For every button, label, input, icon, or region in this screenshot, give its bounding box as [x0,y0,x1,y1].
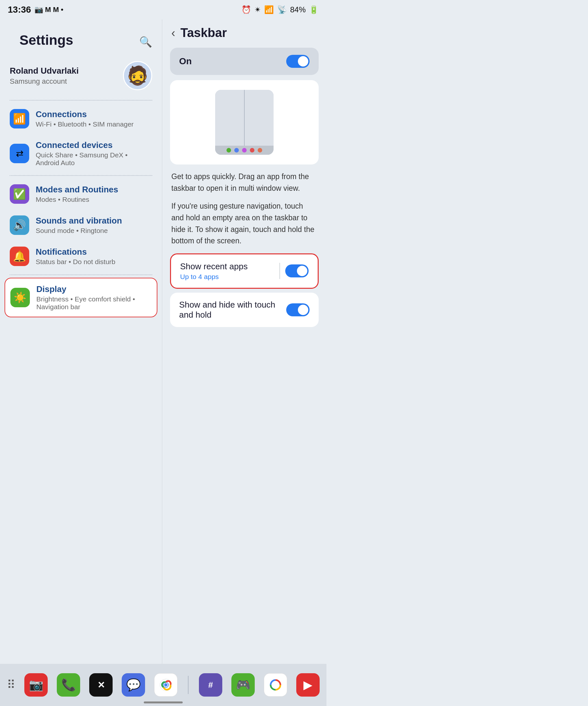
sidebar-item-connections[interactable]: 📶 Connections Wi-Fi • Bluetooth • SIM ma… [0,103,162,134]
separator-1 [10,100,152,101]
back-button[interactable]: ‹ [171,26,175,40]
settings-title: Settings [10,29,83,54]
modes-routines-icon: ✅ [10,184,29,204]
connected-devices-title: Connected devices [36,140,152,150]
signal-icon: 📡 [277,5,287,14]
alarm-icon: ⏰ [241,5,251,14]
nav-twitter-x[interactable]: ✕ [89,673,113,697]
taskbar-description-2: If you're using gesture navigation, touc… [170,200,319,247]
wifi-icon: 📶 [264,5,274,14]
bluetooth-icon: ✴ [254,5,261,14]
option-divider-1 [279,263,280,279]
time-display: 13:36 [8,5,31,15]
nav-gamepad[interactable]: 🎮 [231,673,255,697]
show-recent-apps-title: Show recent apps [180,262,247,272]
display-icon: ☀️ [10,288,30,307]
show-hide-title: Show and hide with touch and hold [179,300,286,320]
profile-name: Roland Udvarlaki [10,66,79,76]
notifications-icon: 🔔 [10,246,29,266]
taskbar-on-toggle[interactable] [286,55,310,68]
nav-phone[interactable]: 📞 [57,673,80,697]
main-layout: Settings 🔍 Roland Udvarlaki Samsung acco… [0,19,326,664]
svg-point-2 [164,683,167,687]
nav-photos[interactable] [264,673,287,697]
taskbar-dot-3 [242,148,247,153]
show-recent-apps-sub: Up to 4 apps [180,273,247,281]
phone-screen-right [245,90,274,146]
separator-3 [10,274,152,275]
settings-header: Settings 🔍 [0,26,162,58]
modes-routines-sub: Modes • Routines [36,196,118,203]
sounds-icon: 🔊 [10,215,29,235]
sidebar-item-modes-routines[interactable]: ✅ Modes and Routines Modes • Routines [0,179,162,209]
sounds-title: Sounds and vibration [36,216,122,226]
sidebar-item-connected-devices[interactable]: ⇄ Connected devices Quick Share • Samsun… [0,134,162,172]
status-bar: 13:36 📷 M M • ⏰ ✴ 📶 📡 84% 🔋 [0,0,326,19]
sounds-sub: Sound mode • Ringtone [36,227,122,235]
sidebar-item-display[interactable]: ☀️ Display Brightness • Eye comfort shie… [5,278,157,317]
taskbar-preview-card [170,80,319,164]
profile-info: Roland Udvarlaki Samsung account [10,66,79,86]
sidebar-item-notifications[interactable]: 🔔 Notifications Status bar • Do not dist… [0,241,162,272]
battery-pct: 84% [290,5,306,14]
taskbar-title: Taskbar [181,26,227,40]
nav-youtube[interactable]: ▶ [296,673,320,697]
connections-sub: Wi-Fi • Bluetooth • SIM manager [36,120,134,128]
phone-screen-left [215,90,245,146]
settings-panel: Settings 🔍 Roland Udvarlaki Samsung acco… [0,19,162,664]
nav-separator [188,676,189,694]
toggle-knob-3 [298,305,308,315]
taskbar-description-1: Get to apps quickly. Drag an app from th… [170,171,319,194]
show-hide-toggle[interactable] [286,303,310,316]
home-indicator [144,701,183,703]
modes-routines-title: Modes and Routines [36,185,118,195]
connections-title: Connections [36,109,134,119]
phone-preview [215,90,274,155]
show-hide-touch-row[interactable]: Show and hide with touch and hold [170,292,319,327]
nav-slack[interactable]: # [199,673,222,697]
avatar-emoji: 🧔 [126,65,149,86]
phone-taskbar [215,146,274,155]
display-sub: Brightness • Eye comfort shield • Naviga… [36,295,152,311]
nav-camera[interactable]: 📷 [24,673,48,697]
profile-subtitle: Samsung account [10,77,79,86]
separator-2 [10,175,152,176]
avatar: 🧔 [123,61,152,90]
taskbar-dot-4 [250,148,254,153]
chrome-icon [160,679,172,691]
profile-section[interactable]: Roland Udvarlaki Samsung account 🧔 [0,58,162,97]
connected-devices-sub: Quick Share • Samsung DeX • Android Auto [36,151,152,167]
sidebar-item-sounds[interactable]: 🔊 Sounds and vibration Sound mode • Ring… [0,209,162,241]
notifications-sub: Status bar • Do not disturb [36,258,115,266]
connected-devices-icon: ⇄ [10,144,29,163]
show-recent-apps-row[interactable]: Show recent apps Up to 4 apps [170,253,319,289]
toggle-knob-2 [297,266,307,276]
svg-point-4 [274,683,277,687]
photos-icon [269,679,282,691]
nav-chrome[interactable] [154,673,178,697]
bottom-nav: ⠿ 📷 📞 ✕ 💬 # 🎮 ▶ [0,664,326,706]
status-right-icons: ⏰ ✴ 📶 📡 84% 🔋 [241,5,319,14]
connections-icon: 📶 [10,109,29,128]
display-title: Display [36,284,152,294]
taskbar-on-label: On [179,56,192,67]
status-icons: 📷 M M • [34,5,64,14]
apps-grid-button[interactable]: ⠿ [7,678,15,692]
status-time: 13:36 📷 M M • [8,5,63,15]
taskbar-dot-2 [234,148,239,153]
taskbar-header: ‹ Taskbar [170,26,319,40]
battery-icon: 🔋 [309,5,319,14]
nav-messages[interactable]: 💬 [122,673,145,697]
taskbar-dot-1 [227,148,231,153]
taskbar-panel: ‹ Taskbar On [162,19,326,664]
taskbar-on-toggle-row[interactable]: On [170,48,319,75]
phone-screen-split [215,90,274,146]
toggle-knob [298,56,308,67]
show-recent-apps-toggle[interactable] [285,265,309,277]
notifications-title: Notifications [36,247,115,257]
taskbar-dot-5 [258,148,262,153]
search-button[interactable]: 🔍 [139,36,152,48]
